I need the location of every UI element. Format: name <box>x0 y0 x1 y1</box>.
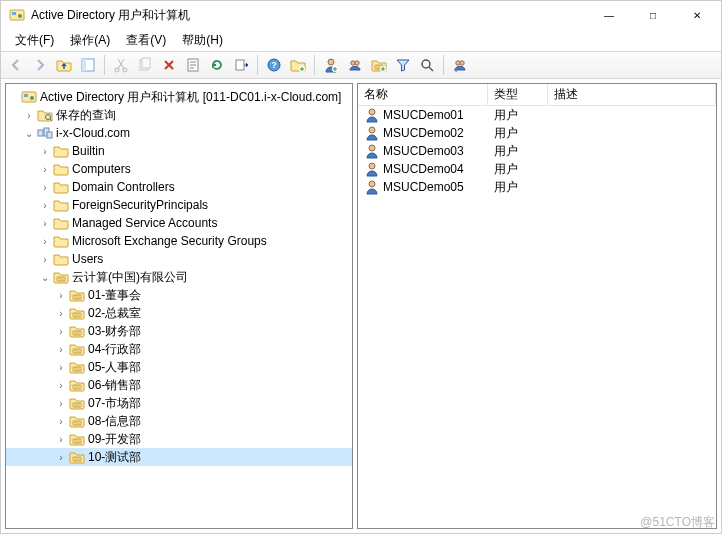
toolbar-up[interactable] <box>53 54 75 76</box>
tree-ou-child-6[interactable]: ›07-市场部 <box>6 394 352 412</box>
column-header-desc[interactable]: 描述 <box>548 84 716 105</box>
domain-icon <box>37 125 53 141</box>
toolbar-copy[interactable] <box>134 54 156 76</box>
toolbar-new-ou[interactable] <box>368 54 390 76</box>
toolbar-new-user[interactable] <box>320 54 342 76</box>
menu-view[interactable]: 查看(V) <box>118 30 174 51</box>
tree-ou-company[interactable]: ⌄云计算(中国)有限公司 <box>6 268 352 286</box>
tree-node-label: 08-信息部 <box>88 413 147 430</box>
column-header-name[interactable]: 名称 <box>358 84 488 105</box>
toolbar-cut[interactable] <box>110 54 132 76</box>
tree-node-label: Active Directory 用户和计算机 [011-DC01.i-x-Cl… <box>40 89 347 106</box>
ou-icon <box>69 287 85 303</box>
tree-container-2[interactable]: ›Domain Controllers <box>6 178 352 196</box>
toolbar-delete[interactable] <box>158 54 180 76</box>
tree-domain[interactable]: ⌄i-x-Cloud.com <box>6 124 352 142</box>
list-header: 名称 类型 描述 <box>358 84 716 106</box>
tree-node-label: Builtin <box>72 144 111 158</box>
aduc-icon <box>21 89 37 105</box>
tree-ou-child-1[interactable]: ›02-总裁室 <box>6 304 352 322</box>
menu-file[interactable]: 文件(F) <box>7 30 62 51</box>
toolbar-find[interactable] <box>416 54 438 76</box>
ou-icon <box>53 269 69 285</box>
list-row[interactable]: MSUCDemo05用户 <box>358 178 716 196</box>
chevron-down-icon[interactable]: ⌄ <box>38 270 52 284</box>
ou-icon <box>69 413 85 429</box>
ou-icon <box>69 305 85 321</box>
toolbar <box>1 51 721 79</box>
tree-ou-child-8[interactable]: ›09-开发部 <box>6 430 352 448</box>
chevron-right-icon[interactable]: › <box>38 162 52 176</box>
toolbar-console-tree[interactable] <box>77 54 99 76</box>
ou-icon <box>69 323 85 339</box>
app-icon <box>9 7 25 23</box>
tree-ou-child-7[interactable]: ›08-信息部 <box>6 412 352 430</box>
tree-saved-queries[interactable]: ›保存的查询 <box>6 106 352 124</box>
list-row[interactable]: MSUCDemo04用户 <box>358 160 716 178</box>
tree-root[interactable]: Active Directory 用户和计算机 [011-DC01.i-x-Cl… <box>6 88 352 106</box>
tree-ou-child-4[interactable]: ›05-人事部 <box>6 358 352 376</box>
chevron-right-icon[interactable]: › <box>54 450 68 464</box>
list-pane[interactable]: 名称 类型 描述 MSUCDemo01用户MSUCDemo02用户MSUCDem… <box>357 83 717 529</box>
tree-ou-child-5[interactable]: ›06-销售部 <box>6 376 352 394</box>
toolbar-forward[interactable] <box>29 54 51 76</box>
tree-container-4[interactable]: ›Managed Service Accounts <box>6 214 352 232</box>
ou-icon <box>69 341 85 357</box>
chevron-right-icon[interactable]: › <box>38 198 52 212</box>
chevron-right-icon[interactable]: › <box>54 360 68 374</box>
tree-container-0[interactable]: ›Builtin <box>6 142 352 160</box>
toolbar-filter[interactable] <box>392 54 414 76</box>
chevron-right-icon[interactable]: › <box>38 180 52 194</box>
tree-ou-child-3[interactable]: ›04-行政部 <box>6 340 352 358</box>
title-bar: Active Directory 用户和计算机 — □ ✕ <box>1 1 721 29</box>
list-cell-type: 用户 <box>488 107 548 124</box>
list-row[interactable]: MSUCDemo01用户 <box>358 106 716 124</box>
chevron-right-icon[interactable]: › <box>54 396 68 410</box>
close-button[interactable]: ✕ <box>675 1 719 29</box>
chevron-right-icon[interactable]: › <box>38 252 52 266</box>
chevron-right-icon[interactable]: › <box>38 234 52 248</box>
chevron-right-icon[interactable]: › <box>54 288 68 302</box>
toolbar-separator <box>314 55 315 75</box>
chevron-right-icon[interactable]: › <box>38 216 52 230</box>
chevron-right-icon[interactable]: › <box>54 432 68 446</box>
toolbar-export[interactable] <box>230 54 252 76</box>
chevron-right-icon[interactable]: › <box>54 414 68 428</box>
toolbar-back[interactable] <box>5 54 27 76</box>
tree-container-5[interactable]: ›Microsoft Exchange Security Groups <box>6 232 352 250</box>
toolbar-new-group[interactable] <box>344 54 366 76</box>
chevron-right-icon[interactable]: › <box>54 306 68 320</box>
list-cell-name: MSUCDemo04 <box>383 162 464 176</box>
chevron-down-icon[interactable]: ⌄ <box>22 126 36 140</box>
tree-node-label: 02-总裁室 <box>88 305 147 322</box>
menu-help[interactable]: 帮助(H) <box>174 30 231 51</box>
column-header-type[interactable]: 类型 <box>488 84 548 105</box>
tree-pane[interactable]: Active Directory 用户和计算机 [011-DC01.i-x-Cl… <box>5 83 353 529</box>
toolbar-new-container[interactable] <box>287 54 309 76</box>
tree-container-6[interactable]: ›Users <box>6 250 352 268</box>
tree-container-1[interactable]: ›Computers <box>6 160 352 178</box>
chevron-right-icon[interactable]: › <box>54 324 68 338</box>
tree-ou-child-0[interactable]: ›01-董事会 <box>6 286 352 304</box>
tree-ou-child-9[interactable]: ›10-测试部 <box>6 448 352 466</box>
tree-node-label: 06-销售部 <box>88 377 147 394</box>
list-cell-type: 用户 <box>488 125 548 142</box>
toolbar-add-criteria[interactable] <box>449 54 471 76</box>
tree-container-3[interactable]: ›ForeignSecurityPrincipals <box>6 196 352 214</box>
list-row[interactable]: MSUCDemo02用户 <box>358 124 716 142</box>
folder-icon <box>53 233 69 249</box>
chevron-right-icon[interactable]: › <box>54 378 68 392</box>
list-row[interactable]: MSUCDemo03用户 <box>358 142 716 160</box>
menu-action[interactable]: 操作(A) <box>62 30 118 51</box>
chevron-right-icon[interactable]: › <box>38 144 52 158</box>
user-icon <box>364 179 380 195</box>
maximize-button[interactable]: □ <box>631 1 675 29</box>
toolbar-properties[interactable] <box>182 54 204 76</box>
chevron-right-icon[interactable]: › <box>54 342 68 356</box>
list-cell-type: 用户 <box>488 143 548 160</box>
tree-ou-child-2[interactable]: ›03-财务部 <box>6 322 352 340</box>
minimize-button[interactable]: — <box>587 1 631 29</box>
toolbar-refresh[interactable] <box>206 54 228 76</box>
chevron-right-icon[interactable]: › <box>22 108 36 122</box>
toolbar-help[interactable] <box>263 54 285 76</box>
